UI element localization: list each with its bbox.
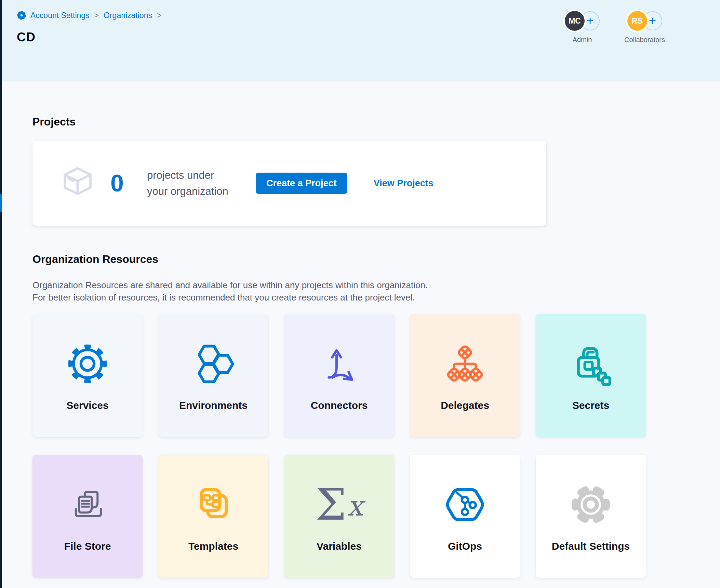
variables-sigma-icon: Σx [316, 480, 363, 529]
connectors-arrows-icon [318, 339, 361, 388]
breadcrumb-account-settings[interactable]: Account Settings [16, 10, 90, 21]
resource-tile-services[interactable]: Services [32, 314, 143, 437]
projects-heading: Projects [32, 116, 76, 128]
collaborators-label: Collaborators [624, 36, 665, 44]
page-header: Account Settings > Organizations > CD MC… [2, 0, 720, 81]
breadcrumb-organizations[interactable]: Organizations [104, 11, 152, 20]
left-nav-edge [0, 0, 2, 588]
project-count: 0 [110, 170, 124, 197]
services-gear-icon [66, 339, 109, 388]
resource-tile-default-settings[interactable]: Default Settings [536, 455, 646, 578]
page-title: CD [17, 30, 35, 44]
resource-tile-label: Templates [188, 540, 238, 552]
settings-gear-icon [16, 10, 27, 21]
resource-tile-label: Connectors [311, 400, 368, 411]
admin-group: MC + Admin [565, 11, 600, 44]
resource-tile-connectors[interactable]: Connectors [284, 314, 394, 437]
project-count-caption: projects under your organization [147, 167, 228, 199]
breadcrumb-separator: > [157, 11, 161, 20]
resource-tile-label: Default Settings [552, 540, 630, 552]
resource-tile-variables[interactable]: Σx Variables [284, 455, 394, 578]
file-store-icon [67, 480, 108, 529]
create-project-button[interactable]: Create a Project [256, 173, 347, 194]
resource-tiles-grid: Services Environments Connectors [32, 314, 646, 578]
secrets-lock-icon [569, 339, 613, 388]
delegates-tree-icon [444, 339, 486, 388]
organization-resources-heading: Organization Resources [32, 253, 158, 266]
view-projects-link[interactable]: View Projects [374, 178, 434, 189]
left-nav-active-indicator [0, 194, 2, 212]
breadcrumb-item-label: Organizations [104, 11, 152, 20]
resource-tile-label: File Store [64, 540, 111, 552]
resource-tile-templates[interactable]: Templates [158, 455, 268, 578]
breadcrumb-item-label: Account Settings [30, 11, 90, 20]
breadcrumb: Account Settings > Organizations > [16, 10, 161, 21]
templates-icon [192, 480, 235, 529]
default-settings-gear-icon [568, 480, 613, 529]
resource-tile-environments[interactable]: Environments [158, 314, 268, 437]
organization-resources-description: Organization Resources are shared and av… [32, 279, 428, 304]
resource-tile-label: Secrets [572, 400, 609, 411]
admin-label: Admin [573, 36, 592, 44]
breadcrumb-separator: > [94, 11, 99, 20]
projects-summary-card: 0 projects under your organization Creat… [32, 141, 546, 226]
resource-tile-label: Environments [179, 400, 248, 411]
org-members: MC + Admin RS + Collaborators [565, 11, 665, 44]
gitops-icon [443, 480, 486, 529]
resource-tile-label: Delegates [441, 400, 489, 411]
collaborators-group: RS + Collaborators [624, 11, 665, 44]
admin-avatar[interactable]: MC [565, 11, 585, 31]
resource-tile-gitops[interactable]: GitOps [410, 455, 520, 578]
environments-hexagons-icon [192, 339, 235, 388]
resource-tile-secrets[interactable]: Secrets [536, 314, 646, 437]
resource-tile-label: Services [66, 400, 108, 411]
resource-tile-label: GitOps [448, 540, 482, 552]
collaborator-avatar[interactable]: RS [627, 11, 647, 31]
resource-tile-delegates[interactable]: Delegates [410, 314, 520, 437]
resource-tile-file-store[interactable]: File Store [32, 455, 143, 578]
resource-tile-label: Variables [317, 540, 362, 552]
cube-icon [60, 165, 95, 201]
